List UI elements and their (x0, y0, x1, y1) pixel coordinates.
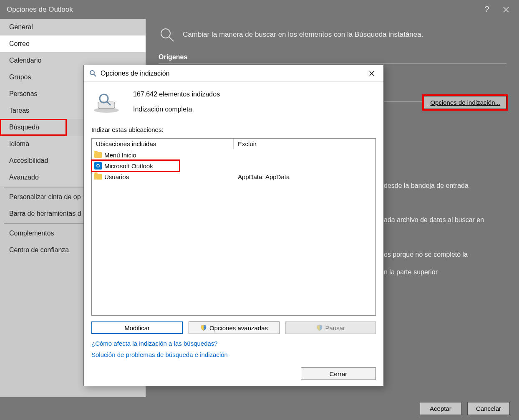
table-header: Ubicaciones incluidas Excluir (92, 139, 375, 149)
close-button[interactable] (496, 0, 516, 19)
sidebar-label: Avanzado (9, 174, 39, 181)
indexing-status-icon (91, 90, 121, 114)
search-icon (159, 26, 175, 43)
link-troubleshoot-indexing[interactable]: Solución de problemas de búsqueda e indi… (91, 351, 376, 358)
indexed-count: 167.642 elementos indizados (133, 91, 220, 98)
outlook-icon: O (94, 162, 102, 170)
dialog-close-button[interactable] (363, 65, 380, 82)
col-included[interactable]: Ubicaciones incluidas (92, 139, 234, 149)
indexing-options-button[interactable]: Opciones de indización... (424, 96, 506, 109)
row-name: Microsoft Outlook (104, 162, 153, 170)
close-label: Cerrar (330, 370, 348, 377)
outlook-title: Opciones de Outlook (7, 5, 477, 14)
content-header-text: Cambiar la manera de buscar en los eleme… (183, 30, 423, 39)
dialog-titlebar: Opciones de indización (84, 65, 383, 82)
folder-icon (94, 174, 102, 180)
section-rule (159, 63, 506, 64)
sidebar-label: Correo (9, 40, 30, 48)
row-name: Usuarios (104, 173, 129, 180)
indexing-icon (89, 69, 97, 78)
close-icon (369, 71, 374, 76)
sidebar-label: Complementos (9, 230, 54, 237)
advanced-label: Opciones avanzadas (209, 324, 268, 331)
svg-line-5 (94, 74, 96, 76)
folder-icon (94, 152, 102, 158)
dialog-close-footer-button[interactable]: Cerrar (301, 367, 376, 380)
sidebar-item-busqueda[interactable]: Búsqueda (0, 119, 67, 136)
sidebar-label: Tareas (9, 107, 29, 114)
advanced-options-button[interactable]: Opciones avanzadas (189, 321, 279, 334)
sidebar-item-correo[interactable]: Correo (0, 35, 146, 52)
sidebar-label: Barra de herramientas d (9, 210, 81, 218)
cancel-button[interactable]: Cancelar (467, 402, 510, 415)
ok-label: Aceptar (430, 405, 451, 412)
sidebar-label: Idioma (9, 140, 29, 148)
sidebar-label: Centro de confianza (9, 246, 69, 254)
sidebar-label: Grupos (9, 73, 31, 81)
ok-button[interactable]: Aceptar (420, 402, 461, 415)
outlook-footer: Aceptar Cancelar (0, 397, 519, 420)
sidebar-label: Búsqueda (9, 124, 39, 131)
section-title-origenes: Orígenes (159, 53, 506, 61)
locations-label: Indizar estas ubicaciones: (91, 126, 376, 133)
sidebar-label: General (9, 23, 33, 31)
svg-point-4 (90, 71, 94, 75)
svg-line-3 (169, 37, 174, 41)
sidebar-item-general[interactable]: General (0, 19, 146, 35)
sidebar-label: Personas (9, 90, 38, 98)
table-row[interactable]: Menú Inicio (92, 149, 375, 160)
link-how-indexing-affects[interactable]: ¿Cómo afecta la indización a las búsqued… (91, 340, 376, 347)
table-row-outlook[interactable]: OMicrosoft Outlook (92, 160, 179, 171)
close-icon (503, 7, 509, 13)
modify-label: Modificar (124, 324, 150, 331)
cancel-label: Cancelar (476, 405, 501, 412)
locations-table: Ubicaciones incluidas Excluir Menú Inici… (91, 138, 376, 316)
svg-point-2 (161, 29, 170, 38)
table-row[interactable]: Usuarios AppData; AppData (92, 171, 375, 182)
col-exclude[interactable]: Excluir (234, 139, 375, 149)
dialog-title: Opciones de indización (101, 70, 363, 77)
indexing-complete: Indización completa. (133, 106, 220, 113)
pause-button: Pausar (285, 321, 376, 334)
shield-icon (200, 324, 207, 331)
modify-button[interactable]: Modificar (91, 321, 183, 334)
row-name: Menú Inicio (104, 152, 136, 159)
sidebar-label: Personalizar cinta de op (9, 193, 81, 201)
row-exclude: AppData; AppData (234, 173, 375, 180)
outlook-titlebar: Opciones de Outlook ? (0, 0, 519, 19)
sidebar-label: Calendario (9, 57, 41, 64)
pause-label: Pausar (325, 324, 345, 331)
help-button[interactable]: ? (477, 0, 496, 19)
svg-rect-9 (98, 102, 115, 109)
indexing-options-dialog: Opciones de indización 167.642 elementos… (83, 65, 384, 386)
indexing-options-label: Opciones de indización... (430, 99, 500, 106)
sidebar-label: Accesibilidad (9, 157, 48, 164)
shield-icon (316, 324, 323, 331)
